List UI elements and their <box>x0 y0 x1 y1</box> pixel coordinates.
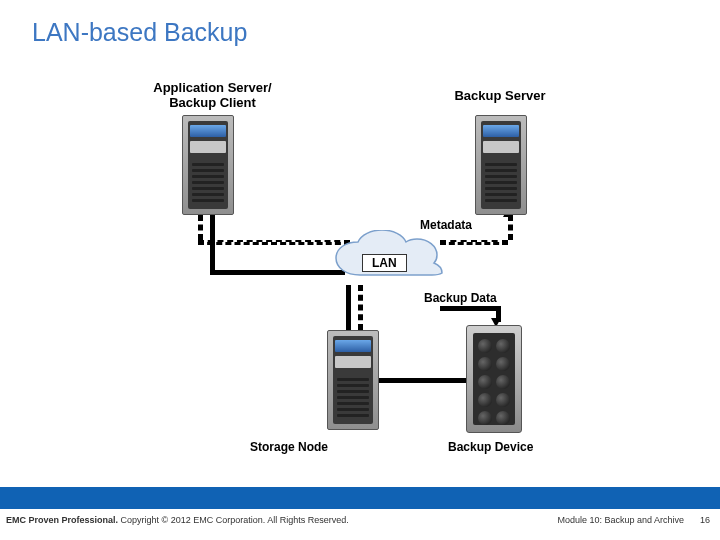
conn-app-metadata-v <box>198 215 203 240</box>
conn-app-data-v <box>210 215 215 270</box>
footer-page: 16 <box>700 515 710 525</box>
backup-server-icon <box>475 115 527 215</box>
conn-lan-storage-2 <box>358 285 363 330</box>
label-backup-device: Backup Device <box>448 440 533 454</box>
conn-storage-device <box>379 378 466 383</box>
footer-module: Module 10: Backup and Archive <box>557 515 684 525</box>
conn-app-data-h <box>210 270 345 275</box>
conn-metadata-v <box>508 215 513 240</box>
backup-device-icon <box>466 325 522 433</box>
app-server-icon <box>182 115 234 215</box>
label-backup-server: Backup Server <box>440 88 560 103</box>
slide-title: LAN-based Backup <box>32 18 247 47</box>
label-app-server: Application Server/ Backup Client <box>140 80 285 110</box>
conn-app-metadata-h <box>198 240 350 245</box>
footer-copyright: EMC Proven Professional. Copyright © 201… <box>6 515 349 525</box>
conn-lan-storage-1 <box>346 285 351 330</box>
label-lan: LAN <box>362 254 407 272</box>
footer-bar <box>0 487 720 509</box>
conn-data-h <box>440 306 496 311</box>
label-storage-node: Storage Node <box>250 440 328 454</box>
storage-node-icon <box>327 330 379 430</box>
label-backup-data: Backup Data <box>424 291 497 305</box>
